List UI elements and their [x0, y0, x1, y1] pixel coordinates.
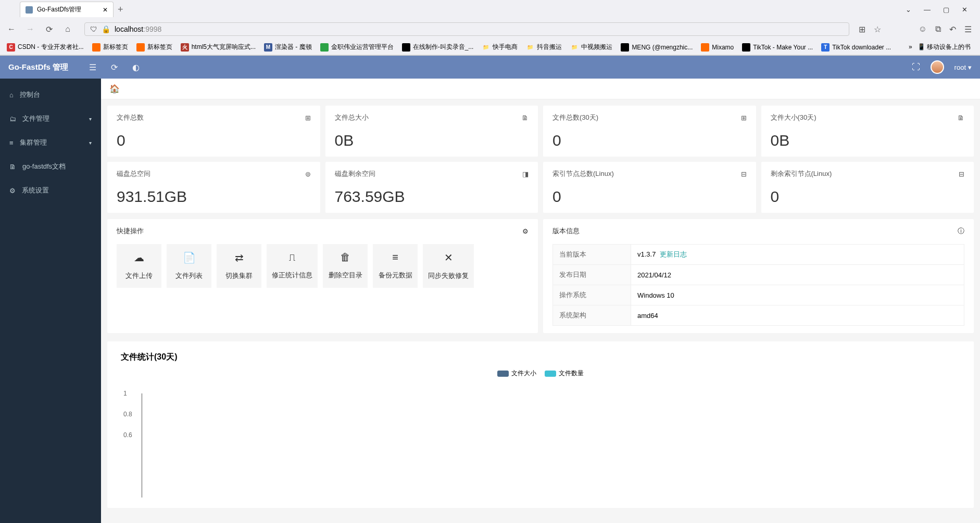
- stat-label: 磁盘总空间: [117, 169, 150, 178]
- new-tab-button[interactable]: +: [118, 4, 123, 15]
- bookmark-item[interactable]: Mixamo: [698, 42, 736, 53]
- version-table: 当前版本v1.3.7更新日志发布日期2021/04/12操作系统Windows …: [552, 244, 964, 326]
- avatar[interactable]: [931, 60, 944, 74]
- bookmark-label: 中视频搬运: [581, 43, 612, 52]
- forward-button[interactable]: →: [23, 22, 37, 36]
- quick-action-stats[interactable]: ⎍修正统计信息: [267, 244, 318, 288]
- menu-icon[interactable]: ☰: [964, 24, 972, 34]
- quick-action-file-list[interactable]: 📄文件列表: [167, 244, 211, 288]
- sidebar-item-dashboard[interactable]: ⌂控制台: [0, 83, 101, 107]
- row-key: 当前版本: [553, 245, 631, 265]
- bookmark-icon: 📁: [570, 43, 579, 52]
- home-icon[interactable]: 🏠: [109, 84, 120, 93]
- sidebar-item-file[interactable]: 🗂文件管理▾: [0, 107, 101, 131]
- undo-icon[interactable]: ↶: [949, 24, 956, 34]
- lock-icon: 🔒: [102, 25, 110, 33]
- info-icon[interactable]: ⓘ: [958, 226, 964, 236]
- stat-card: 索引节点总数(Linux)⊟0: [543, 162, 756, 213]
- changelog-link[interactable]: 更新日志: [660, 250, 687, 258]
- account-icon[interactable]: ☺: [919, 24, 927, 34]
- stats-grid: 文件总数⊞0文件总大小🗎0B文件总数(30天)⊞0文件大小(30天)🗎0B磁盘总…: [107, 106, 974, 213]
- bookmark-item[interactable]: 金职伟业运营管理平台: [318, 41, 396, 53]
- collapse-sidebar-icon[interactable]: ☰: [89, 62, 96, 72]
- qr-icon[interactable]: ⊞: [859, 24, 865, 34]
- legend-item[interactable]: 文件数量: [545, 369, 584, 378]
- bookmark-item[interactable]: M渲染器 - 魔顿: [261, 41, 315, 53]
- overflow-icon: »: [909, 43, 912, 50]
- bookmark-item[interactable]: 📁抖音搬运: [523, 41, 564, 53]
- quick-actions-panel: 快捷操作 ⚙ ☁文件上传📄文件列表⇄切换集群⎍修正统计信息🗑删除空目录≡备份元数…: [107, 219, 538, 333]
- bookmark-label: 快手电商: [493, 43, 518, 52]
- backup-icon: ≡: [392, 251, 398, 263]
- bookmark-item[interactable]: 新标签页: [90, 41, 131, 53]
- table-row: 系统架构amd64: [553, 305, 964, 326]
- theme-icon[interactable]: ◐: [132, 62, 140, 72]
- bookmark-item[interactable]: 新标签页: [134, 41, 175, 53]
- bookmark-star-icon[interactable]: ☆: [874, 24, 881, 34]
- bookmarks-overflow[interactable]: » 📱 移动设备上的书: [903, 43, 976, 52]
- window-controls: ⌄ — ▢ ✕: [906, 6, 976, 14]
- minimize-icon[interactable]: —: [924, 6, 931, 14]
- quick-action-trash[interactable]: 🗑删除空目录: [323, 244, 368, 288]
- legend-item[interactable]: 文件大小: [497, 369, 536, 378]
- legend-label: 文件数量: [559, 369, 584, 378]
- bookmark-item[interactable]: TikTok - Make Your ...: [739, 42, 815, 53]
- stat-card: 磁盘总空间⊚931.51GB: [107, 162, 320, 213]
- bookmark-item[interactable]: TTikTok downloader ...: [819, 42, 894, 53]
- back-button[interactable]: ←: [4, 22, 19, 36]
- reload-button[interactable]: ⟳: [42, 22, 56, 36]
- cloud-upload-icon: ☁: [134, 251, 144, 264]
- bookmark-icon: 火: [181, 43, 189, 52]
- row-value: Windows 10: [631, 285, 964, 305]
- panel-title: 快捷操作: [117, 226, 144, 236]
- bookmark-item[interactable]: MENG (@mengzhic...: [618, 42, 695, 53]
- maximize-icon[interactable]: ▢: [943, 6, 949, 14]
- sidebar-item-doc[interactable]: 🗎go-fastdfs文档: [0, 155, 101, 178]
- sidebar-item-label: 集群管理: [20, 138, 47, 147]
- bookmark-icon: [136, 43, 145, 52]
- quick-action-switch[interactable]: ⇄切换集群: [217, 244, 261, 288]
- bookmark-item[interactable]: CCSDN - 专业开发者社...: [4, 41, 86, 53]
- stat-label: 文件总大小: [335, 113, 369, 122]
- bookmark-icon: [320, 43, 329, 52]
- extensions-icon[interactable]: ⧉: [935, 24, 941, 34]
- browser-tab[interactable]: Go-FastDfs管理 ✕: [20, 2, 114, 17]
- sidebar-item-cluster[interactable]: ≡集群管理▾: [0, 131, 101, 155]
- url-input[interactable]: 🛡 🔒 localhost:9998: [84, 22, 849, 36]
- sidebar-item-settings[interactable]: ⚙系统设置: [0, 178, 101, 202]
- cluster-icon: ≡: [9, 139, 14, 147]
- user-menu[interactable]: root ▾: [954, 63, 972, 71]
- chart-title: 文件统计(30天): [121, 352, 960, 363]
- mobile-folder-icon: 📱: [918, 43, 925, 50]
- row-key: 操作系统: [553, 285, 631, 305]
- home-button[interactable]: ⌂: [60, 22, 75, 36]
- bookmark-icon: C: [7, 43, 15, 52]
- quick-action-repair[interactable]: ✕同步失败修复: [423, 244, 474, 288]
- dashboard-icon: ⌂: [9, 91, 14, 99]
- sidebar-item-label: 控制台: [20, 90, 40, 99]
- bookmark-item[interactable]: 📁中视频搬运: [568, 41, 615, 53]
- close-window-icon[interactable]: ✕: [962, 6, 968, 14]
- y-tick-label: 0.6: [123, 431, 132, 439]
- quick-action-backup[interactable]: ≡备份元数据: [373, 244, 418, 288]
- gear-icon[interactable]: ⚙: [522, 227, 529, 235]
- stat-value: 0: [771, 188, 965, 206]
- quick-action-cloud-upload[interactable]: ☁文件上传: [117, 244, 161, 288]
- quick-action-label: 同步失败修复: [428, 271, 469, 280]
- shield-icon: 🛡: [90, 25, 97, 33]
- bookmark-label: 新标签页: [147, 43, 172, 52]
- fullscreen-icon[interactable]: ⛶: [912, 62, 920, 72]
- bookmark-item[interactable]: 在线制作-叫卖录音_...: [399, 41, 476, 53]
- bookmark-item[interactable]: 火html5大气宽屏响应式...: [178, 41, 258, 53]
- trash-icon: 🗑: [340, 251, 350, 263]
- quick-action-label: 删除空目录: [329, 271, 362, 280]
- refresh-icon[interactable]: ⟳: [111, 62, 118, 72]
- bookmark-item[interactable]: 📁快手电商: [479, 41, 520, 53]
- bookmark-label: MENG (@mengzhic...: [632, 44, 693, 51]
- stat-value: 0: [117, 132, 311, 149]
- stat-card: 磁盘剩余空间◨763.59GB: [325, 162, 538, 213]
- dropdown-icon[interactable]: ⌄: [906, 6, 911, 14]
- quick-action-label: 修正统计信息: [272, 271, 312, 280]
- tab-close-icon[interactable]: ✕: [103, 6, 108, 14]
- row-value: v1.3.7更新日志: [631, 245, 964, 265]
